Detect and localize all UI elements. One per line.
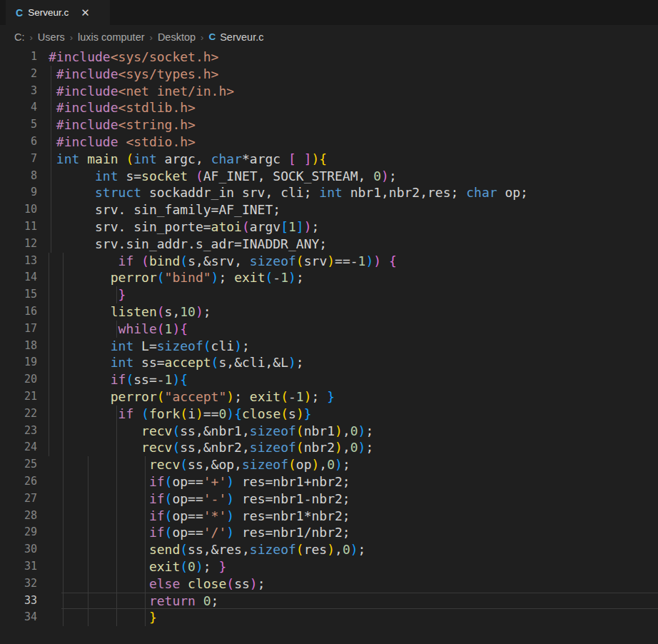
- line-number: 11: [0, 218, 37, 236]
- code-line[interactable]: 15 }: [0, 286, 658, 303]
- code-line[interactable]: 12 srv.sin_addr.s_adr=INADDR_ANY;: [0, 236, 658, 253]
- indent-guide: [88, 524, 88, 541]
- code-line[interactable]: 1#include<sys/socket.h>: [0, 49, 658, 66]
- code-line[interactable]: 8 int s=socket (AF_INET, SOCK_STREAM, 0)…: [0, 168, 658, 185]
- breadcrumb: C:›Users›luxis computer›Desktop› C Serve…: [0, 25, 658, 49]
- code-text: if (bind(s,&srv, sizeof(srv)==-1)) {: [37, 253, 397, 270]
- code-line[interactable]: 6 #include <stdio.h>: [0, 134, 658, 151]
- breadcrumb-file[interactable]: Serveur.c: [220, 31, 263, 43]
- indent-guide: [88, 609, 88, 626]
- code-text: while(1){: [37, 321, 188, 338]
- indent-guide: [51, 151, 51, 168]
- code-line[interactable]: 21 perror("accept"); exit(-1); }: [0, 388, 658, 406]
- code-line[interactable]: 3 #include<net inet/in.h>: [0, 83, 658, 100]
- indent-guide: [51, 201, 51, 218]
- code-text: int s=socket (AF_INET, SOCK_STREAM, 0);: [37, 168, 397, 185]
- line-number: 28: [0, 508, 37, 525]
- code-text: if(ss=-1){: [37, 371, 188, 388]
- line-number: 30: [0, 541, 37, 558]
- indent-guide: [49, 303, 49, 321]
- code-line[interactable]: 16 listen(s,10);: [0, 303, 658, 321]
- code-line[interactable]: 33 return 0;: [0, 593, 658, 610]
- code-text: int L=sizeof(cli);: [37, 338, 250, 355]
- code-line[interactable]: 10 srv. sin_family=AF_INET;: [0, 201, 658, 218]
- code-line[interactable]: 23 recv(ss,&nbr1,sizeof(nbr1),0);: [0, 423, 658, 440]
- code-text: struct sockaddr_in srv, cli; int nbr1,nb…: [37, 184, 528, 201]
- c-language-icon: C: [208, 31, 216, 42]
- indent-guide: [49, 354, 49, 371]
- indent-guide: [63, 593, 64, 610]
- line-number: 4: [0, 99, 37, 116]
- indent-guide: [49, 269, 49, 286]
- line-number: 14: [0, 269, 37, 286]
- line-number: 31: [0, 558, 37, 575]
- indent-guide: [116, 286, 117, 303]
- line-number: 27: [0, 490, 37, 508]
- breadcrumb-item[interactable]: Desktop: [158, 31, 196, 43]
- code-line[interactable]: 13 if (bind(s,&srv, sizeof(srv)==-1)) {: [0, 253, 658, 270]
- code-line[interactable]: 32 else close(ss);: [0, 575, 658, 593]
- line-number: 16: [0, 303, 37, 321]
- indent-guide: [63, 558, 64, 575]
- indent-guide: [51, 66, 51, 83]
- code-line[interactable]: 34 }: [0, 609, 658, 626]
- indent-guide: [63, 473, 64, 490]
- code-line[interactable]: 30 send(ss,&res,sizeof(res),0);: [0, 541, 658, 558]
- breadcrumb-item[interactable]: Users: [38, 31, 65, 43]
- indent-guide: [51, 116, 51, 134]
- indent-guide: [88, 593, 88, 610]
- line-number: 6: [0, 134, 37, 151]
- line-number: 18: [0, 338, 37, 355]
- code-text: return 0;: [37, 593, 218, 610]
- indent-guide: [63, 406, 64, 423]
- code-text: #include<sys/types.h>: [37, 66, 218, 83]
- code-line[interactable]: 2 #include<sys/types.h>: [0, 66, 658, 83]
- code-line[interactable]: 26 if(op=='+') res=nbr1+nbr2;: [0, 473, 658, 490]
- breadcrumb-item[interactable]: luxis computer: [78, 31, 144, 43]
- indent-guide: [145, 593, 146, 610]
- indent-guide: [49, 371, 49, 388]
- code-line[interactable]: 25 recv(ss,&op,sizeof(op),0);: [0, 456, 658, 473]
- code-line[interactable]: 9 struct sockaddr_in srv, cli; int nbr1,…: [0, 184, 658, 201]
- indent-guide: [63, 508, 64, 525]
- code-line[interactable]: 17 while(1){: [0, 321, 658, 338]
- code-text: else close(ss);: [37, 575, 265, 593]
- code-text: if(op=='*') res=nbr1*nbr2;: [37, 508, 350, 525]
- code-line[interactable]: 27 if(op=='-') res=nbr1-nbr2;: [0, 490, 658, 508]
- code-line[interactable]: 11 srv. sin_porte=atoi(argv[1]);: [0, 218, 658, 236]
- code-line[interactable]: 29 if(op=='/') res=nbr1/nbr2;: [0, 524, 658, 541]
- code-line[interactable]: 24 recv(ss,&nbr2,sizeof(nbr2),0);: [0, 439, 658, 456]
- code-text: recv(ss,&nbr2,sizeof(nbr2),0);: [37, 439, 373, 456]
- code-line[interactable]: 31 exit(0); }: [0, 558, 658, 575]
- code-text: srv.sin_addr.s_adr=INADDR_ANY;: [37, 236, 327, 253]
- code-line[interactable]: 14 perror("bind"); exit(-1);: [0, 269, 658, 286]
- code-text: #include<net inet/in.h>: [37, 83, 234, 100]
- chevron-right-icon: ›: [201, 32, 203, 43]
- line-number: 12: [0, 236, 37, 253]
- code-line[interactable]: 22 if (fork(i)==0){close(s)}: [0, 406, 658, 423]
- code-line[interactable]: 5 #include<string.h>: [0, 116, 658, 134]
- tab-serveur-c[interactable]: C Serveur.c ✕: [6, 0, 110, 25]
- code-text: recv(ss,&op,sizeof(op),0);: [37, 456, 350, 473]
- indent-guide: [63, 609, 64, 626]
- code-editor[interactable]: 1#include<sys/socket.h>2 #include<sys/ty…: [0, 49, 658, 626]
- code-line[interactable]: 20 if(ss=-1){: [0, 371, 658, 388]
- close-icon[interactable]: ✕: [81, 7, 90, 18]
- line-number: 5: [0, 116, 37, 134]
- code-text: }: [37, 609, 157, 626]
- indent-guide: [63, 286, 64, 303]
- indent-guide: [116, 456, 117, 473]
- code-line[interactable]: 28 if(op=='*') res=nbr1*nbr2;: [0, 508, 658, 525]
- code-line[interactable]: 7 int main (int argc, char*argc [ ]){: [0, 151, 658, 168]
- indent-guide: [145, 456, 146, 473]
- code-line[interactable]: 4 #include<stdlib.h>: [0, 99, 658, 116]
- indent-guide: [88, 558, 88, 575]
- indent-guide: [49, 253, 49, 270]
- indent-guide: [88, 508, 88, 525]
- code-line[interactable]: 18 int L=sizeof(cli);: [0, 338, 658, 355]
- code-line[interactable]: 19 int ss=accept(s,&cli,&L);: [0, 354, 658, 371]
- breadcrumb-item[interactable]: C:: [14, 31, 25, 43]
- indent-guide: [116, 473, 117, 490]
- line-number: 32: [0, 575, 37, 593]
- indent-guide: [49, 321, 49, 338]
